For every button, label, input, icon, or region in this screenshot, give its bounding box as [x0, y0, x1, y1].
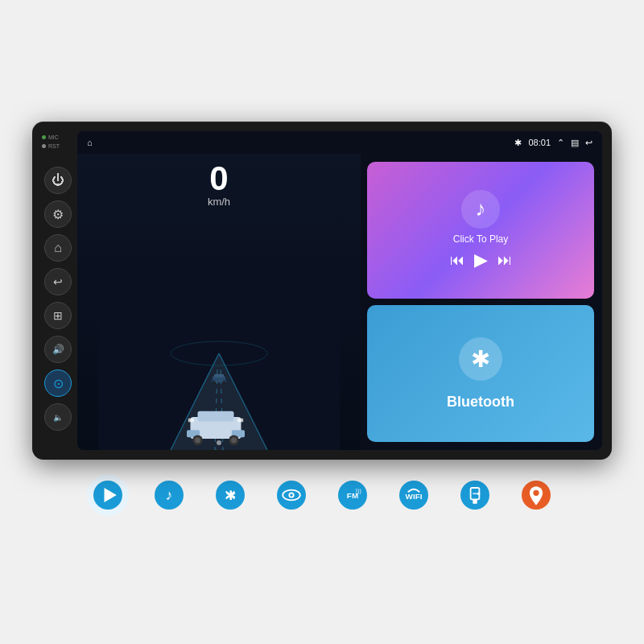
feature-location[interactable]: [515, 474, 557, 516]
svg-text:♪: ♪: [166, 487, 173, 503]
navigation-button[interactable]: ⊙: [44, 369, 72, 397]
bluetooth-label: Bluetooth: [447, 394, 514, 411]
svg-point-19: [231, 437, 237, 443]
power-button[interactable]: ⏻: [44, 167, 72, 194]
menu-icon: ▤: [571, 138, 579, 148]
dashboard: 0 km/h: [77, 154, 361, 450]
road-svg: [77, 321, 361, 450]
feature-fm-icon[interactable]: FM ))): [332, 474, 374, 516]
feature-wifi-icon[interactable]: WIFI: [393, 474, 435, 516]
expand-icon: ⌃: [557, 138, 564, 148]
settings-button[interactable]: ⚙: [44, 200, 72, 228]
svg-point-46: [477, 492, 481, 495]
main-screen: ⌂ ✱ 08:01 ⌃ ▤ ↩ 0 km/h: [77, 131, 602, 450]
svg-rect-21: [237, 419, 243, 423]
music-controls[interactable]: ⏮ ▶ ⏭: [450, 250, 512, 270]
feature-music-icon[interactable]: ♪: [148, 474, 190, 516]
svg-text:WIFI: WIFI: [406, 492, 423, 501]
next-button[interactable]: ⏭: [497, 252, 512, 269]
svg-rect-45: [473, 499, 477, 503]
volume-down-button[interactable]: 🔈: [44, 403, 72, 431]
svg-point-10: [213, 382, 215, 384]
screen-dot: [217, 440, 221, 445]
svg-point-37: [290, 493, 293, 497]
music-album-art: ♪: [461, 190, 500, 229]
status-right: ✱ 08:01 ⌃ ▤ ↩: [514, 138, 592, 148]
head-unit: MIC RST ⏻ ⚙ ⌂ ↩ ⊞ 🔊 ⊙ 🔈 ⌂ ✱ 08:: [32, 122, 612, 460]
svg-point-17: [195, 437, 200, 443]
svg-point-49: [533, 490, 539, 496]
feature-play[interactable]: [87, 474, 129, 516]
apps-button[interactable]: ⊞: [44, 302, 72, 329]
play-button[interactable]: ▶: [474, 250, 488, 270]
home-button[interactable]: ⌂: [44, 234, 72, 262]
bottom-icons-bar: ♪ ✱ FM: [32, 460, 612, 522]
svg-rect-20: [188, 419, 194, 423]
road-scene: [77, 321, 361, 450]
speed-value: 0: [209, 162, 228, 196]
status-bar: ⌂ ✱ 08:01 ⌃ ▤ ↩: [77, 131, 602, 154]
music-tile[interactable]: ♪ Click To Play ⏮ ▶ ⏭: [367, 162, 594, 299]
svg-text:♪: ♪: [476, 196, 486, 221]
svg-rect-13: [198, 411, 234, 422]
bluetooth-tile[interactable]: ✱ Bluetooth: [367, 305, 594, 442]
svg-point-43: [460, 481, 489, 510]
volume-up-button[interactable]: 🔊: [44, 336, 72, 363]
rst-label: RST: [42, 143, 77, 149]
feature-music[interactable]: ♪: [148, 474, 190, 516]
status-left: ⌂: [87, 138, 93, 147]
mic-label: MIC: [42, 134, 77, 140]
svg-rect-7: [214, 374, 224, 378]
feature-usb[interactable]: [454, 474, 496, 516]
app-tiles: ♪ Click To Play ⏮ ▶ ⏭ ✱: [361, 154, 602, 450]
feature-bluetooth[interactable]: ✱: [209, 474, 251, 516]
feature-fm[interactable]: FM ))): [332, 474, 374, 516]
bluetooth-icon-large: ✱: [459, 337, 502, 389]
feature-view-icon[interactable]: [270, 474, 312, 516]
home-icon: ⌂: [87, 138, 93, 147]
feature-usb-icon[interactable]: [454, 474, 496, 516]
svg-point-11: [222, 382, 225, 384]
speed-unit: km/h: [208, 196, 230, 208]
left-panel: MIC RST ⏻ ⚙ ⌂ ↩ ⊞ 🔊 ⊙ 🔈: [39, 131, 77, 450]
bluetooth-status-icon: ✱: [514, 138, 522, 148]
screen-content: 0 km/h: [77, 154, 602, 450]
back-button[interactable]: ↩: [44, 268, 72, 295]
prev-button[interactable]: ⏮: [450, 252, 464, 269]
feature-location-icon[interactable]: [515, 474, 557, 516]
svg-text:✱: ✱: [471, 346, 490, 372]
feature-play-icon[interactable]: [87, 474, 129, 516]
feature-wifi[interactable]: WIFI: [393, 474, 435, 516]
feature-bluetooth-icon[interactable]: ✱: [209, 474, 251, 516]
music-click-to-play: Click To Play: [453, 233, 508, 245]
back-nav-icon: ↩: [585, 138, 592, 148]
svg-text:))): ))): [356, 487, 361, 494]
feature-view[interactable]: [270, 474, 312, 516]
clock: 08:01: [528, 138, 551, 147]
controls-group: ⏻ ⚙ ⌂ ↩ ⊞ 🔊 ⊙ 🔈: [44, 151, 72, 447]
